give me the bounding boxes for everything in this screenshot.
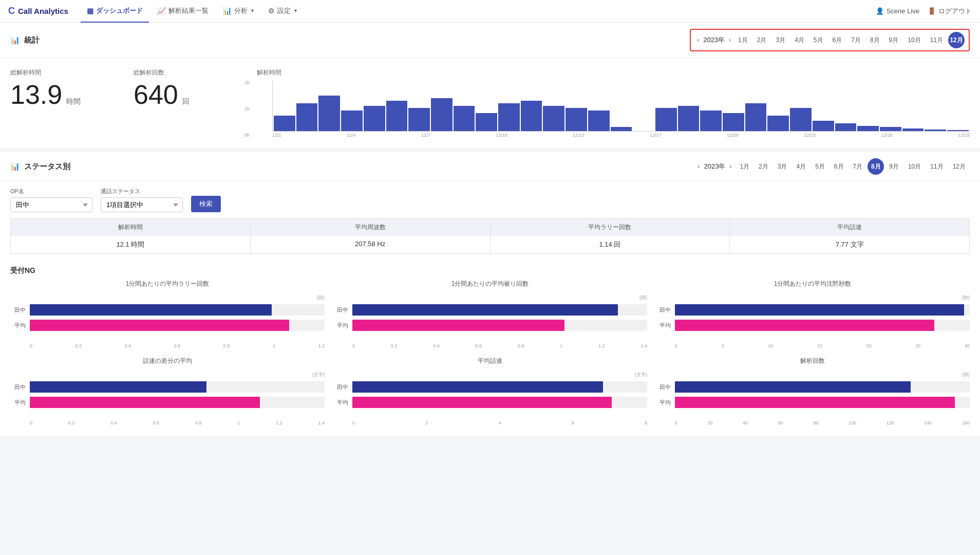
- status-select[interactable]: 1項目選択中: [101, 197, 183, 212]
- logout-button[interactable]: 🚪 ログアウト: [928, 7, 972, 16]
- h-bar-axis-overlap-per-min: 00.20.40.60.811.21.4: [333, 343, 647, 348]
- nav-dashboard[interactable]: ▦ ダッシュボード: [81, 0, 149, 23]
- nav-settings[interactable]: ⚙ 設定 ▾: [262, 0, 303, 23]
- h-bar-axis-rally-per-min: 00.20.40.60.811.2: [10, 343, 325, 348]
- bar-24: [813, 121, 834, 131]
- status-icon: 📊: [10, 162, 20, 171]
- h-bar-row-田中: 田中: [10, 381, 325, 393]
- bar-1: [296, 103, 318, 131]
- status-month-8月[interactable]: 8月: [868, 158, 884, 175]
- status-month-4月[interactable]: 4月: [792, 160, 810, 173]
- bar-27: [880, 127, 901, 131]
- logo-text: Call Analytics: [18, 7, 68, 15]
- h-bar-chart-analysis-count: 田中平均: [655, 379, 970, 418]
- stats-month-2月[interactable]: 2月: [753, 34, 771, 47]
- status-filter-label: 通話ステータス: [101, 188, 183, 195]
- op-select[interactable]: 田中: [10, 197, 92, 212]
- stats-table: 解析時間 平均周波数 平均ラリー回数 平均話速 12.1 時間 207.58 H…: [10, 218, 970, 254]
- nav-analysis[interactable]: 📊 分析 ▾: [217, 0, 260, 23]
- status-month-9月[interactable]: 9月: [885, 160, 903, 173]
- bar-26: [857, 126, 879, 131]
- h-bar-label-田中: 田中: [333, 383, 348, 391]
- stats-month-nav-inner: ‹ 2023年 › 1月2月3月4月5月6月7月8月9月10月11月12月: [690, 29, 970, 51]
- status-year-next[interactable]: ›: [727, 162, 733, 171]
- settings-dropdown-icon: ▾: [294, 8, 297, 13]
- status-month-6月[interactable]: 6月: [830, 160, 848, 173]
- status-month-3月[interactable]: 3月: [774, 160, 791, 173]
- stats-month-10月[interactable]: 10月: [903, 34, 925, 47]
- stats-month-12月[interactable]: 12月: [948, 32, 965, 48]
- total-count-block: 総解析回数 640 回: [134, 68, 236, 108]
- bars-container: [273, 80, 970, 131]
- status-section: 📊 ステータス別 ‹ 2023年 › 1月2月3月4月5月6月7月8月9月10月…: [0, 152, 980, 436]
- status-month-1月[interactable]: 1月: [736, 160, 753, 173]
- stats-month-7月[interactable]: 7月: [847, 34, 865, 47]
- stats-year-prev[interactable]: ‹: [695, 35, 701, 45]
- nav-analysis-list[interactable]: 📈 解析結果一覧: [151, 0, 215, 23]
- stats-val-2: 207.58 Hz: [251, 236, 491, 253]
- chart-speech-diff: 話速の差分の平均(文字)田中平均00.20.40.60.811.21.4: [10, 357, 325, 425]
- status-month-5月[interactable]: 5月: [811, 160, 829, 173]
- bar-20: [723, 113, 744, 131]
- stats-year: 2023年: [703, 35, 725, 45]
- bar-7: [431, 98, 453, 131]
- status-year-prev[interactable]: ‹: [696, 162, 702, 171]
- bar-3: [341, 110, 363, 131]
- total-time-label: 総解析時間: [10, 68, 113, 77]
- analysis-dropdown-icon: ▾: [251, 8, 254, 13]
- stats-month-8月[interactable]: 8月: [866, 34, 884, 47]
- h-bar-track-平均: [675, 320, 970, 331]
- stats-month-1月[interactable]: 1月: [734, 34, 752, 47]
- h-bar-label-平均: 平均: [10, 399, 26, 406]
- analysis-list-icon: 📈: [157, 7, 166, 15]
- h-bar-track-田中: [352, 304, 647, 316]
- h-bar-row-平均: 平均: [655, 320, 970, 331]
- total-time-block: 総解析時間 13.9 時間: [10, 68, 113, 108]
- user-menu[interactable]: 👤 Scene Live: [876, 7, 919, 15]
- stats-month-6月[interactable]: 6月: [828, 34, 846, 47]
- stats-col-h1: 解析時間: [11, 219, 251, 236]
- bar-25: [835, 123, 857, 131]
- h-bar-label-田中: 田中: [655, 383, 671, 391]
- status-month-11月[interactable]: 11月: [926, 160, 947, 173]
- stats-months: 1月2月3月4月5月6月7月8月9月10月11月12月: [734, 32, 965, 48]
- h-bar-row-平均: 平均: [10, 397, 325, 408]
- header: C Call Analytics ▦ ダッシュボード 📈 解析結果一覧 📊 分析…: [0, 0, 980, 23]
- status-month-12月[interactable]: 12月: [949, 160, 970, 173]
- bar-23: [790, 108, 812, 131]
- stats-year-next[interactable]: ›: [727, 35, 733, 45]
- status-month-7月[interactable]: 7月: [849, 160, 867, 173]
- h-bar-chart-rally-per-min: 田中平均: [10, 302, 325, 341]
- h-bar-axis-avg-speech: 02468: [333, 420, 647, 425]
- h-bar-chart-silence-per-min: 田中平均: [655, 302, 970, 341]
- stats-year-nav: ‹ 2023年 ›: [695, 35, 733, 45]
- stats-month-3月[interactable]: 3月: [771, 34, 789, 47]
- h-bar-row-平均: 平均: [333, 397, 647, 408]
- chart-unit-overlap-per-min: (回): [333, 294, 647, 301]
- h-bar-track-田中: [30, 381, 325, 393]
- stats-month-11月[interactable]: 11月: [926, 34, 947, 47]
- h-bar-row-田中: 田中: [333, 381, 647, 393]
- h-bar-row-田中: 田中: [655, 381, 970, 393]
- h-bar-row-平均: 平均: [333, 320, 647, 331]
- bar-12: [543, 106, 564, 132]
- h-bar-fill-平均: [352, 397, 612, 408]
- search-button[interactable]: 検索: [191, 196, 221, 212]
- op-filter-group: OP名 田中: [10, 188, 92, 212]
- stats-month-4月[interactable]: 4月: [790, 34, 808, 47]
- h-bar-track-田中: [675, 304, 970, 316]
- stats-val-4: 7.77 文字: [730, 236, 969, 253]
- h-bar-track-田中: [675, 381, 970, 393]
- h-bar-label-田中: 田中: [10, 306, 26, 314]
- status-month-nav: ‹ 2023年 › 1月2月3月4月5月6月7月8月9月10月11月12月: [696, 158, 970, 175]
- stats-month-9月[interactable]: 9月: [885, 34, 903, 47]
- h-bar-label-平均: 平均: [333, 322, 348, 329]
- charts-grid: 1分間あたりの平均ラリー回数(回)田中平均00.20.40.60.811.21分…: [0, 280, 980, 436]
- nav-settings-label: 設定: [277, 6, 291, 15]
- status-month-10月[interactable]: 10月: [904, 160, 925, 173]
- nav-analysis-label: 分析: [234, 6, 248, 15]
- chart-unit-speech-diff: (文字): [10, 372, 325, 378]
- status-month-2月[interactable]: 2月: [755, 160, 772, 173]
- bar-18: [678, 106, 700, 132]
- stats-month-5月[interactable]: 5月: [809, 34, 827, 47]
